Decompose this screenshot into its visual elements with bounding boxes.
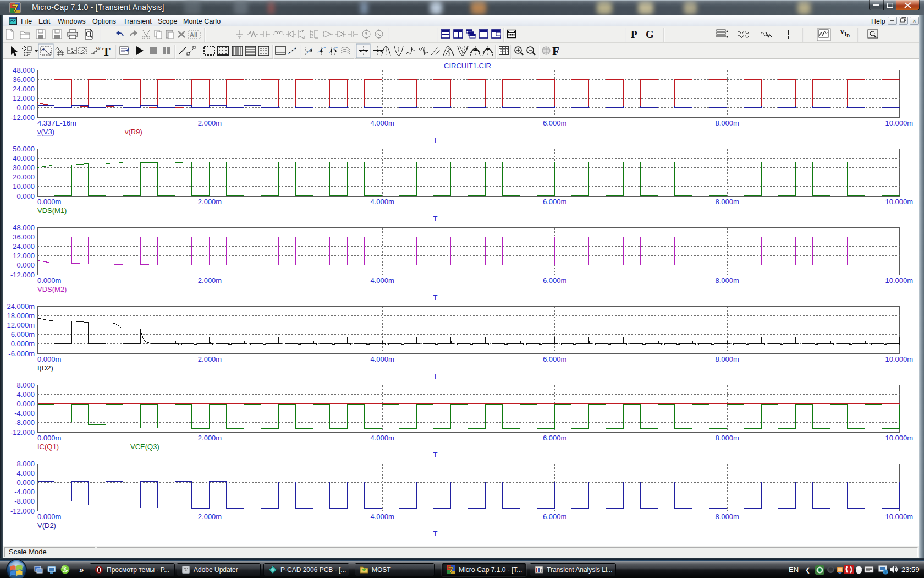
svg-text:VDS(M1): VDS(M1) [37, 206, 67, 215]
svg-text:T: T [433, 372, 438, 380]
svg-text:CIRCUIT1.CIR: CIRCUIT1.CIR [444, 62, 491, 70]
svg-text:10.000: 10.000 [13, 182, 35, 190]
svg-text:6.000m: 6.000m [543, 198, 566, 206]
svg-text:0.000m: 0.000m [11, 340, 35, 348]
svg-text:0.000m: 0.000m [37, 434, 61, 442]
svg-text:2.000m: 2.000m [198, 355, 222, 363]
svg-text:40.000: 40.000 [13, 154, 35, 162]
svg-text:0.000: 0.000 [16, 261, 35, 269]
svg-text:VDS(M2): VDS(M2) [37, 285, 67, 293]
svg-text:30.000: 30.000 [13, 163, 35, 172]
svg-text:-12.000: -12.000 [10, 113, 35, 122]
svg-text:8.000m: 8.000m [716, 119, 739, 127]
svg-text:0.000: 0.000 [16, 478, 35, 487]
svg-text:VCE(Q3): VCE(Q3) [130, 443, 160, 451]
svg-text:2.000m: 2.000m [198, 198, 222, 206]
svg-text:6.000m: 6.000m [543, 355, 566, 363]
svg-text:12.000m: 12.000m [7, 321, 35, 329]
svg-text:24.000: 24.000 [13, 85, 35, 93]
svg-text:-8.000: -8.000 [14, 418, 35, 427]
svg-text:0.000: 0.000 [16, 103, 35, 112]
svg-text:4.000m: 4.000m [370, 276, 394, 285]
svg-text:48.000: 48.000 [13, 66, 35, 74]
svg-text:0.000m: 0.000m [37, 512, 61, 521]
svg-text:24.000: 24.000 [13, 242, 35, 250]
svg-text:6.000m: 6.000m [11, 330, 35, 339]
svg-text:6.000m: 6.000m [543, 512, 566, 521]
svg-text:4.000m: 4.000m [370, 198, 394, 206]
svg-text:8.000: 8.000 [16, 381, 35, 389]
svg-text:8.000: 8.000 [16, 460, 35, 468]
svg-text:IC(Q1): IC(Q1) [37, 443, 59, 451]
svg-text:4.000: 4.000 [16, 469, 35, 477]
svg-text:T: T [433, 451, 438, 459]
svg-text:10.000m: 10.000m [885, 276, 913, 285]
svg-text:36.000: 36.000 [13, 233, 35, 241]
svg-text:20.000: 20.000 [13, 173, 35, 181]
svg-text:I(D2): I(D2) [37, 364, 53, 372]
svg-text:6.000m: 6.000m [543, 119, 566, 127]
svg-text:v(V3): v(V3) [37, 128, 54, 136]
svg-text:8.000m: 8.000m [716, 276, 739, 285]
svg-text:4.000: 4.000 [16, 390, 35, 399]
svg-text:-8.000: -8.000 [14, 497, 35, 505]
svg-text:4.000m: 4.000m [370, 512, 394, 521]
svg-text:6.000m: 6.000m [543, 434, 566, 442]
svg-text:T: T [433, 530, 438, 538]
svg-text:-12.000: -12.000 [10, 507, 35, 515]
svg-text:10.000m: 10.000m [885, 512, 913, 521]
svg-text:T: T [433, 215, 438, 223]
svg-text:-6.000m: -6.000m [8, 350, 35, 358]
svg-text:V(D2): V(D2) [37, 521, 56, 530]
svg-text:2.000m: 2.000m [198, 119, 222, 127]
svg-text:10.000m: 10.000m [885, 198, 913, 206]
svg-text:4.000m: 4.000m [370, 355, 394, 363]
svg-text:-4.000: -4.000 [14, 409, 35, 417]
svg-text:0.000: 0.000 [16, 192, 35, 200]
svg-text:10.000m: 10.000m [885, 355, 913, 363]
svg-text:8.000m: 8.000m [716, 198, 739, 206]
svg-text:12.000: 12.000 [13, 252, 35, 260]
svg-text:-12.000: -12.000 [10, 428, 35, 437]
svg-text:50.000: 50.000 [13, 145, 35, 153]
svg-text:4.337E-16m: 4.337E-16m [37, 119, 76, 127]
svg-text:T: T [433, 293, 438, 302]
svg-text:0.000m: 0.000m [37, 198, 61, 206]
svg-text:10.000m: 10.000m [885, 434, 913, 442]
svg-text:0.000: 0.000 [16, 400, 35, 408]
svg-text:36.000: 36.000 [13, 75, 35, 84]
svg-text:18.000m: 18.000m [7, 312, 35, 320]
svg-text:0.000m: 0.000m [37, 355, 61, 363]
svg-text:10.000m: 10.000m [885, 119, 913, 127]
svg-text:8.000m: 8.000m [716, 434, 739, 442]
svg-text:2.000m: 2.000m [198, 276, 222, 285]
svg-text:v(R9): v(R9) [125, 128, 142, 136]
svg-text:6.000m: 6.000m [543, 276, 566, 285]
svg-text:-12.000: -12.000 [10, 271, 35, 279]
svg-text:8.000m: 8.000m [716, 512, 739, 521]
svg-text:-4.000: -4.000 [14, 488, 35, 496]
svg-text:24.000m: 24.000m [7, 302, 35, 310]
svg-text:4.000m: 4.000m [370, 434, 394, 442]
svg-text:8.000m: 8.000m [716, 355, 739, 363]
svg-text:2.000m: 2.000m [198, 434, 222, 442]
svg-text:12.000: 12.000 [13, 94, 35, 102]
svg-text:2.000m: 2.000m [198, 512, 222, 521]
svg-text:4.000m: 4.000m [370, 119, 394, 127]
svg-text:0.000m: 0.000m [37, 276, 61, 285]
svg-text:48.000: 48.000 [13, 223, 35, 232]
svg-text:T: T [433, 136, 438, 144]
